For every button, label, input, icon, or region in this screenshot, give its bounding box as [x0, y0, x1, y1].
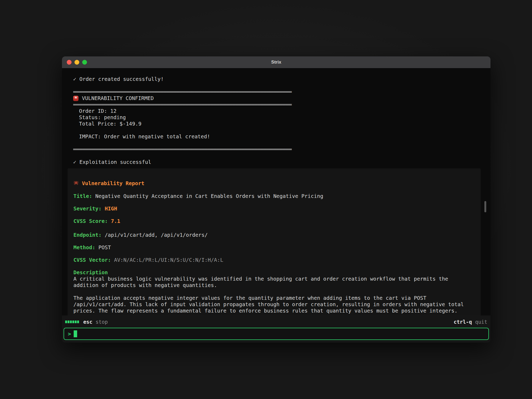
report-method-line: Method: POST [73, 244, 474, 251]
report-cvss-vector-line: CVSS Vector: AV:N/AC:L/PR:L/UI:N/S:U/C:N… [73, 257, 474, 263]
method-label: Method: [73, 244, 95, 251]
bottom-bar: esc stop ctrl-q quit > [62, 315, 491, 343]
exploitation-success-text: Exploitation successful [80, 159, 151, 165]
severity-value: HIGH [105, 206, 117, 212]
window-title: Strix [271, 60, 281, 65]
spacer [62, 82, 491, 89]
esc-key-hint: esc [83, 319, 92, 325]
text-cursor [74, 330, 77, 337]
spider-icon [73, 180, 79, 187]
order-success-text: Order created successfully! [80, 76, 164, 82]
zoom-button[interactable] [82, 60, 87, 65]
impact-line: IMPACT: Order with negative total create… [79, 134, 479, 140]
description-paragraph: The application accepts negative integer… [73, 295, 474, 314]
report-title-line: Title: Negative Quantity Acceptance in C… [73, 193, 474, 200]
activity-indicator [65, 321, 79, 323]
order-status-line: Status: pending [79, 114, 479, 121]
quit-label: quit [475, 319, 487, 325]
traffic-lights [67, 60, 87, 65]
report-header: Vulnerability Report [73, 180, 474, 187]
exploitation-success-line: ✓ Exploitation successful [73, 159, 479, 165]
status-bar: esc stop ctrl-q quit [64, 318, 489, 326]
vulnerability-confirmed-text: VULNERABILITY CONFIRMED [82, 95, 154, 102]
vulnerability-report-panel: Vulnerability Report Title: Negative Qua… [68, 168, 481, 315]
divider-line: ════════════════════════════════════════… [73, 89, 479, 95]
order-id-line: Order ID: 12 [79, 108, 479, 114]
endpoint-label: Endpoint: [73, 232, 102, 238]
check-icon: ✓ [73, 159, 76, 165]
spacer [62, 127, 491, 134]
order-success-line: ✓ Order created successfully! [73, 76, 479, 82]
report-severity-line: Severity: HIGH [73, 206, 474, 212]
ctrl-q-key-hint: ctrl-q [454, 319, 472, 325]
strix-window: Strix ✓ Order created successfully! ════… [62, 56, 491, 343]
title-value: Negative Quantity Acceptance in Cart Ena… [95, 193, 323, 199]
titlebar[interactable]: Strix [62, 56, 491, 68]
title-label: Title: [73, 193, 92, 199]
severity-label: Severity: [73, 206, 102, 212]
method-value: POST [98, 244, 111, 251]
stop-label: stop [95, 319, 108, 325]
terminal-output: ✓ Order created successfully! ══════════… [62, 68, 491, 315]
total-price-line: Total Price: $-149.9 [79, 121, 479, 127]
spacer [62, 140, 491, 146]
spacer [62, 153, 491, 159]
report-cvss-score-line: CVSS Score: 7.1 [73, 218, 474, 225]
cvss-score-label: CVSS Score: [73, 218, 108, 224]
description-heading: Description [73, 269, 474, 276]
divider-line: ════════════════════════════════════════… [73, 146, 479, 153]
cvss-vector-label: CVSS Vector: [73, 257, 111, 263]
scrollbar-thumb[interactable] [484, 201, 486, 212]
prompt-symbol: > [68, 331, 71, 337]
command-input[interactable]: > [64, 328, 489, 340]
cvss-score-value: 7.1 [111, 218, 120, 224]
divider-line: ════════════════════════════════════════… [73, 102, 479, 108]
close-button[interactable] [67, 60, 72, 65]
report-endpoint-line: Endpoint: /api/v1/cart/add, /api/v1/orde… [73, 232, 474, 238]
description-paragraph: A critical business logic vulnerability … [73, 276, 474, 289]
check-icon: ✓ [73, 76, 76, 82]
vulnerability-confirmed-line: VULNERABILITY CONFIRMED [73, 95, 479, 102]
siren-icon [73, 96, 78, 101]
report-header-text: Vulnerability Report [82, 180, 144, 187]
minimize-button[interactable] [74, 60, 79, 65]
endpoint-value: /api/v1/cart/add, /api/v1/orders/ [105, 232, 207, 238]
cvss-vector-value: AV:N/AC:L/PR:L/UI:N/S:U/C:N/I:H/A:L [114, 257, 223, 263]
